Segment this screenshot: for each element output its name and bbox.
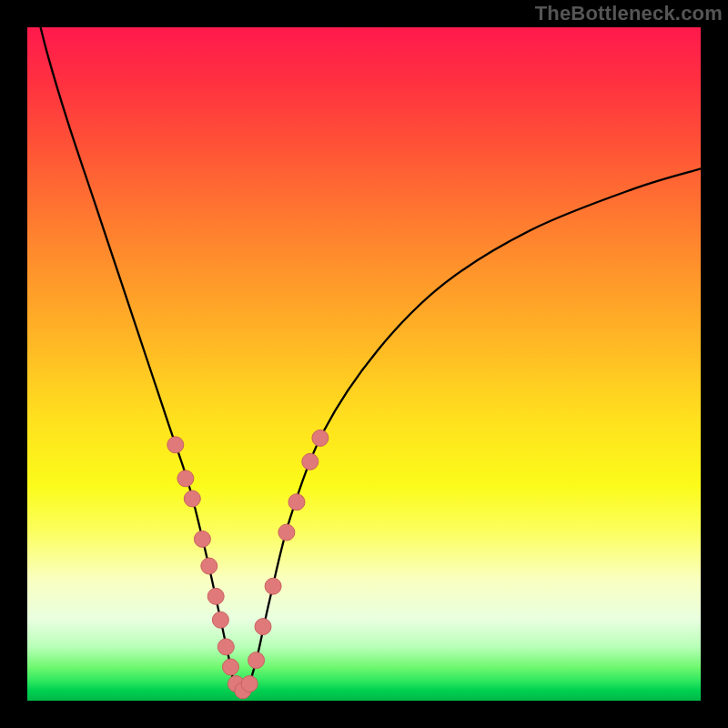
data-markers (167, 430, 329, 699)
data-marker (288, 494, 305, 511)
chart-frame: TheBottleneck.com (0, 0, 728, 728)
watermark-text: TheBottleneck.com (535, 2, 723, 25)
data-marker (184, 490, 200, 507)
bottleneck-curve (34, 27, 701, 694)
data-marker (212, 612, 228, 628)
data-marker (255, 619, 271, 635)
data-marker (217, 639, 234, 655)
data-marker (207, 588, 224, 604)
data-marker (312, 430, 329, 446)
plot-area (27, 27, 701, 701)
data-marker (241, 676, 258, 693)
data-marker (265, 578, 281, 594)
data-marker (167, 437, 184, 453)
data-marker (222, 659, 238, 675)
data-marker (302, 453, 318, 470)
data-marker (248, 652, 265, 669)
curve-layer (27, 27, 701, 701)
data-marker (177, 470, 194, 487)
data-marker (201, 558, 217, 574)
data-marker (278, 524, 295, 541)
data-marker (194, 531, 210, 547)
